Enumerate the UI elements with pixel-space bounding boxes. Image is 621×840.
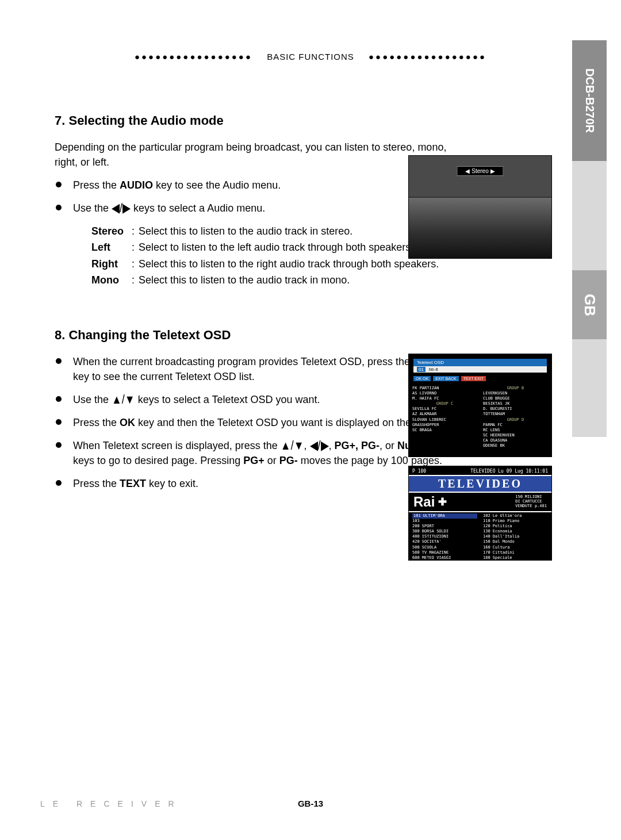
teletext-osd-row: 01 bb-it <box>413 366 547 373</box>
bullet-text-exit: Press the TEXT key to exit. <box>67 476 451 491</box>
section8-list: When the current broadcasting program pr… <box>55 354 451 492</box>
bullet-updown-select: Use the ▲/▼ keys to select a Teletext OS… <box>67 392 451 407</box>
osd-back-btn: EXIT BACK <box>433 376 458 381</box>
bullet-text-key: When the current broadcasting program pr… <box>67 354 451 384</box>
televideo-header: P 100TELEVIDEO Lu 09 Lug 10:11:01 <box>409 466 551 475</box>
bullet-nav-keys: When Teletext screen is displayed, press… <box>67 438 451 468</box>
group-lists: FK PARTIZANAS LIVORNOM. HAIFA FC GROUP C… <box>409 385 551 450</box>
rai-logo-row: Rai ✚ 150 MILIONIDI CARTUCCEVENDUTE p.48… <box>409 493 551 512</box>
page-header: ●●●●●●●●●●●●●●●●● BASIC FUNCTIONS ●●●●●●… <box>55 52 566 62</box>
bg-car-graphic <box>409 197 551 258</box>
bullet-arrow-select: Use the ◀/▶ keys to select a Audio menu.… <box>67 201 451 287</box>
osd-ok-btn: OK OK <box>413 376 431 381</box>
televideo-index: 101 ULTIM'ORA 103200 SPORT300 BORSA SOLD… <box>409 512 551 561</box>
televideo-title: TELEVIDEO <box>409 475 551 493</box>
bullet-ok-key: Press the OK key and then the Teletext O… <box>67 415 451 430</box>
rai-logo: Rai <box>413 494 435 510</box>
section7-intro: Depending on the particular program bein… <box>55 140 451 170</box>
screenshot-teletext-list: Teletext OSD 01 bb-it OK OK EXIT BACK TE… <box>408 354 552 457</box>
header-title: BASIC FUNCTIONS <box>267 52 354 62</box>
manual-page: DCB-B270R GB ●●●●●●●●●●●●●●●●● BASIC FUN… <box>0 0 621 840</box>
section-teletext: 8. Changing the Teletext OSD When the cu… <box>55 328 451 492</box>
osd-stereo-label: ◀ Stereo ▶ <box>457 166 503 176</box>
tab-spacer2 <box>572 339 607 437</box>
bullet-audio-key: Press the AUDIO key to see the Audio men… <box>67 178 451 193</box>
dots-right: ●●●●●●●●●●●●●●●●● <box>357 52 498 62</box>
section7-list: Press the AUDIO key to see the Audio men… <box>55 178 451 287</box>
tab-spacer <box>572 161 607 270</box>
screenshot-televideo: P 100TELEVIDEO Lu 09 Lug 10:11:01 TELEVI… <box>408 466 552 561</box>
section7-title: 7. Selecting the Audio mode <box>55 113 451 128</box>
side-tabs: DCB-B270R GB <box>572 40 607 437</box>
dots-left: ●●●●●●●●●●●●●●●●● <box>123 52 264 62</box>
page-number: GB-13 <box>0 799 621 808</box>
section8-title: 8. Changing the Teletext OSD <box>55 328 451 343</box>
screenshot-audio-osd: ◀ Stereo ▶ <box>408 155 552 259</box>
osd-exit-btn: TEXT EXIT <box>461 376 486 381</box>
teletext-osd-buttons: OK OK EXIT BACK TEXT EXIT <box>413 376 547 381</box>
section-audio-mode: 7. Selecting the Audio mode Depending on… <box>55 113 451 287</box>
language-tab: GB <box>572 270 607 339</box>
model-tab: DCB-B270R <box>572 40 607 161</box>
teletext-osd-title: Teletext OSD <box>413 359 547 366</box>
audio-mode-defs: Stereo:Select this to listen to the audi… <box>91 224 451 287</box>
